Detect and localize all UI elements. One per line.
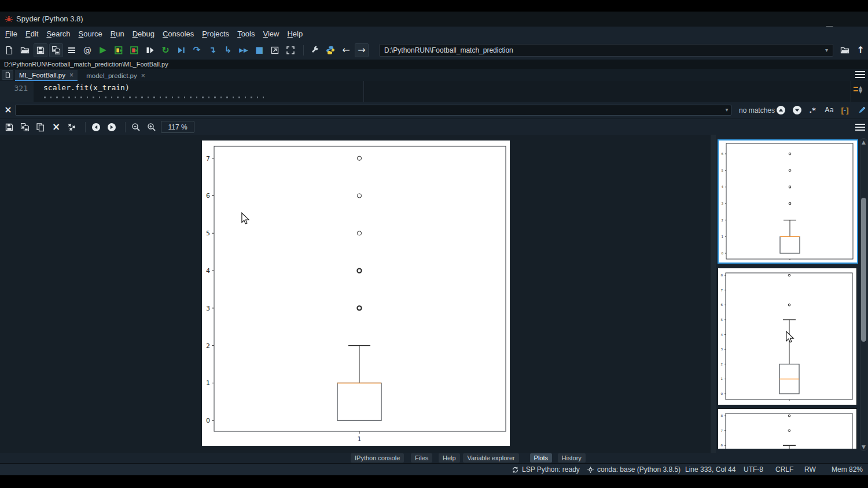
- python-path-icon[interactable]: [323, 43, 337, 57]
- find-status: no matches: [739, 106, 775, 114]
- svg-text:3: 3: [721, 347, 723, 351]
- run-selection-icon[interactable]: [143, 43, 157, 57]
- menu-search[interactable]: Search: [42, 28, 74, 40]
- pane-tab-plots[interactable]: Plots: [530, 453, 552, 463]
- menu-consoles[interactable]: Consoles: [159, 28, 198, 40]
- splitter-handle-icon[interactable]: ▲▼: [859, 86, 862, 94]
- close-tab-icon[interactable]: ×: [141, 72, 145, 80]
- svg-text:6: 6: [206, 192, 210, 199]
- run-cell-advance-icon[interactable]: [127, 43, 141, 57]
- svg-text:8: 8: [721, 414, 723, 417]
- save-all-icon[interactable]: [49, 43, 63, 57]
- menu-projects[interactable]: Projects: [198, 28, 233, 40]
- svg-text:5: 5: [206, 230, 210, 237]
- zoom-level[interactable]: 117 %: [161, 121, 194, 133]
- step-return-icon[interactable]: ↳: [221, 43, 235, 57]
- previous-plot-icon[interactable]: [90, 121, 102, 134]
- save-all-plots-icon[interactable]: [19, 121, 31, 134]
- svg-text:0: 0: [721, 392, 723, 395]
- menu-run[interactable]: Run: [106, 28, 128, 40]
- remove-plot-icon[interactable]: ×: [50, 121, 62, 134]
- plots-options-menu-icon[interactable]: [855, 124, 865, 131]
- previous-match-icon[interactable]: [775, 104, 786, 116]
- title-bar: Spyder (Python 3.8) ×: [0, 12, 868, 27]
- editor-tab-ml-football-py[interactable]: ML_FootBall.py×: [15, 70, 78, 81]
- spyder-window: Spyder (Python 3.8) × FileEditSearchSour…: [0, 0, 868, 488]
- browse-tabs-button[interactable]: [2, 70, 13, 80]
- search-dropdown-caret-icon[interactable]: ▾: [721, 104, 733, 116]
- step-into-icon[interactable]: ↴: [205, 43, 219, 57]
- thumbnail-scrollbar[interactable]: ▲ ▼: [860, 138, 867, 451]
- close-tab-icon[interactable]: ×: [69, 71, 73, 79]
- maximize-pane-icon[interactable]: [268, 43, 282, 57]
- plot-thumbnail-selected[interactable]: 01234561: [718, 139, 858, 264]
- save-icon[interactable]: [34, 43, 47, 57]
- svg-text:0: 0: [206, 417, 210, 424]
- fullscreen-icon[interactable]: [284, 43, 297, 57]
- next-match-icon[interactable]: [791, 104, 803, 116]
- svg-text:1: 1: [789, 262, 791, 263]
- pane-tab-ipython-console[interactable]: IPython console: [351, 453, 404, 463]
- zoom-in-icon[interactable]: [145, 121, 158, 134]
- svg-text:1: 1: [721, 377, 723, 380]
- plot-thumbnail-clipped[interactable]: 0123456781: [718, 408, 857, 449]
- menu-help[interactable]: Help: [283, 28, 307, 40]
- svg-text:8: 8: [721, 273, 723, 277]
- whole-word-toggle-icon[interactable]: [-]: [839, 104, 851, 116]
- file-switcher-icon[interactable]: [65, 43, 79, 57]
- copy-plot-icon[interactable]: [34, 121, 47, 134]
- find-replace-bar: × ▾ no matches .* Aa [-]: [0, 102, 868, 119]
- rerun-cell-icon[interactable]: ↻: [159, 43, 172, 57]
- run-file-icon[interactable]: ▶: [96, 43, 110, 57]
- editor-scroll-border: [851, 81, 851, 102]
- stop-debug-icon[interactable]: ■: [252, 43, 266, 57]
- menu-view[interactable]: View: [259, 28, 283, 40]
- working-directory-combobox[interactable]: D:\PythonRUN\Football_match_prediction ▾: [379, 44, 833, 57]
- code-editor[interactable]: 321 scaler.fit(x_train) ▲▼: [0, 81, 868, 102]
- run-cell-icon[interactable]: [112, 43, 126, 57]
- regex-toggle-icon[interactable]: .*: [807, 104, 818, 116]
- menu-edit[interactable]: Edit: [21, 28, 42, 40]
- menu-debug[interactable]: Debug: [128, 28, 159, 40]
- code-warning-flag: [854, 87, 858, 88]
- plot-thumbnail[interactable]: 0123456781: [718, 268, 857, 405]
- preferences-icon[interactable]: [308, 43, 322, 57]
- search-input[interactable]: [15, 105, 731, 116]
- open-file-icon[interactable]: [18, 43, 32, 57]
- menu-source[interactable]: Source: [75, 28, 106, 40]
- pane-splitter[interactable]: [711, 135, 716, 453]
- editor-options-menu-icon[interactable]: [855, 71, 865, 78]
- debug-file-icon[interactable]: [174, 43, 188, 57]
- clipped-code-line: [44, 97, 264, 98]
- remove-all-plots-icon[interactable]: [65, 121, 78, 134]
- case-sensitive-toggle-icon[interactable]: Aa: [823, 104, 835, 116]
- editor-tab-model-predict-py[interactable]: model_predict.py×: [82, 70, 149, 81]
- highlight-matches-icon[interactable]: [856, 104, 868, 116]
- pane-tab-history[interactable]: History: [558, 453, 586, 463]
- svg-text:6: 6: [722, 152, 724, 156]
- menu-file[interactable]: File: [1, 28, 21, 40]
- parent-directory-icon[interactable]: ↑: [854, 43, 867, 57]
- continue-icon[interactable]: ▶▶: [237, 43, 251, 57]
- top-black-bar: [0, 0, 868, 12]
- next-plot-icon[interactable]: [105, 121, 118, 134]
- save-plot-icon[interactable]: [3, 121, 16, 134]
- zoom-out-icon[interactable]: [130, 121, 142, 134]
- pane-tab-help[interactable]: Help: [439, 453, 460, 463]
- pane-tab-variable-explorer[interactable]: Variable explorer: [463, 453, 518, 463]
- browse-directory-icon[interactable]: [838, 43, 852, 57]
- scroll-down-icon[interactable]: ▼: [860, 444, 867, 450]
- close-find-icon[interactable]: ×: [2, 104, 14, 116]
- step-over-icon[interactable]: ↷: [190, 43, 204, 57]
- find-symbols-icon[interactable]: @: [80, 43, 94, 57]
- back-icon[interactable]: ←: [339, 43, 353, 57]
- new-file-icon[interactable]: [2, 43, 16, 57]
- scroll-up-icon[interactable]: ▲: [860, 139, 867, 145]
- pane-tab-files[interactable]: Files: [411, 453, 432, 463]
- forward-icon[interactable]: →: [355, 43, 369, 57]
- scrollbar-thumb[interactable]: [861, 198, 866, 342]
- status-memory: Mem 82%: [832, 465, 863, 474]
- tab-label: ML_FootBall.py: [19, 72, 65, 79]
- svg-text:3: 3: [206, 305, 210, 312]
- menu-tools[interactable]: Tools: [233, 28, 259, 40]
